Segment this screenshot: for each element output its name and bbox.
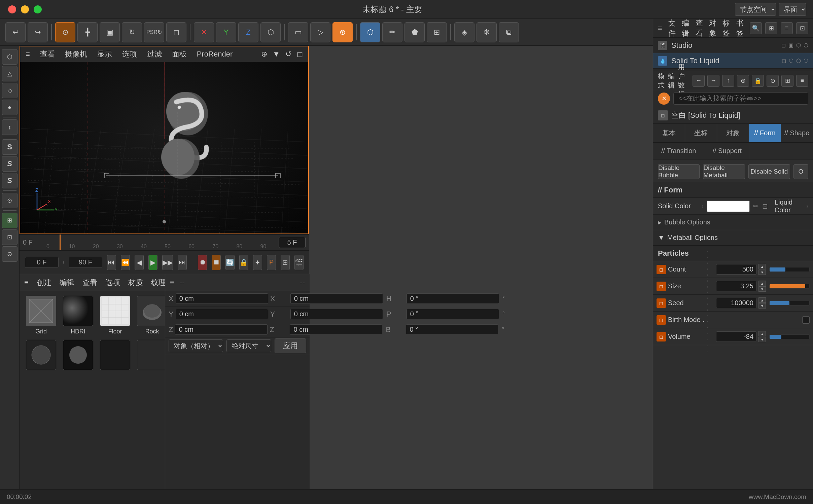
viewport-icon-maximize[interactable]: ◻ xyxy=(297,50,303,59)
count-down-button[interactable]: ▼ xyxy=(758,269,766,275)
volume-stepper[interactable]: ▲ ▼ xyxy=(758,331,766,342)
go-start-button[interactable]: ⏮ xyxy=(107,255,116,270)
bottom-create-menu[interactable]: 创建 xyxy=(37,278,51,288)
up-icon[interactable]: ↑ xyxy=(722,75,734,87)
scale-tool-button[interactable]: ◻ xyxy=(166,22,186,42)
timeline-markers[interactable]: 0 10 20 30 40 50 60 70 80 90 xyxy=(36,235,275,250)
bottom-texture-menu[interactable]: 纹理 xyxy=(151,278,166,288)
tool-s3-button[interactable]: S xyxy=(2,173,17,188)
play-button[interactable]: ▶ xyxy=(148,255,157,270)
mode-poly-button[interactable]: △ xyxy=(2,66,17,81)
mode-object-button[interactable]: ⬡ xyxy=(2,49,17,65)
viewport-menu-prorender[interactable]: ProRender xyxy=(197,50,233,59)
playhead[interactable] xyxy=(60,235,61,250)
viewport-menu-camera[interactable]: 摄像机 xyxy=(65,49,87,59)
back-icon[interactable]: ← xyxy=(693,75,705,87)
asset-row2-4[interactable] xyxy=(135,340,169,370)
go-end-button[interactable]: ⏭ xyxy=(178,255,187,270)
asset-row2-3[interactable] xyxy=(98,340,132,370)
seed-stepper[interactable]: ▲ ▼ xyxy=(758,297,766,309)
tweak-button[interactable]: ⊙ xyxy=(2,246,17,262)
coord-h-input[interactable] xyxy=(406,293,499,304)
search-input[interactable] xyxy=(673,93,808,105)
volume-input[interactable] xyxy=(716,331,756,342)
viewport-icon-plus[interactable]: ⊕ xyxy=(261,50,267,59)
bottom-view-menu[interactable]: 查看 xyxy=(82,278,97,288)
bottom-options-menu[interactable]: 选项 xyxy=(105,278,120,288)
viewport-menu-panel[interactable]: 面板 xyxy=(172,49,187,59)
coord-icon[interactable]: ≡ xyxy=(170,278,174,287)
viewport-icon-refresh[interactable]: ↺ xyxy=(285,50,291,59)
settings2-icon[interactable]: ⊙ xyxy=(767,75,779,87)
modifier-button[interactable]: ⊙ xyxy=(2,193,17,208)
sort-icon[interactable]: ≡ xyxy=(781,22,793,34)
soft-selection-button[interactable]: ❋ xyxy=(476,22,497,42)
psr-button[interactable]: PSR↻ xyxy=(144,22,164,42)
tab-form[interactable]: // Form xyxy=(749,124,781,142)
sub-tab-transition[interactable]: // Transition xyxy=(653,143,704,159)
bottom-menu-icon[interactable]: ≡ xyxy=(24,278,29,287)
tab-object[interactable]: 对象 xyxy=(717,124,749,142)
viewport-icon-down[interactable]: ▼ xyxy=(273,50,280,59)
disable-solid-button[interactable]: Disable Solid xyxy=(748,164,790,179)
studio-vis4-icon[interactable]: ⬡ xyxy=(804,42,808,48)
seed-up-button[interactable]: ▲ xyxy=(758,297,766,303)
y-axis-button[interactable]: Y xyxy=(216,22,236,42)
coord-size-dropdown[interactable]: 绝对尺寸 xyxy=(226,339,271,352)
size-down-button[interactable]: ▼ xyxy=(758,286,766,292)
search-icon[interactable]: 🔍 xyxy=(750,22,762,34)
count-up-button[interactable]: ▲ xyxy=(758,264,766,269)
interface-dropdown[interactable]: 界面 xyxy=(779,3,806,16)
bubble-options-header[interactable]: ▶ Bubble Options xyxy=(653,215,813,230)
object-solid-to-liquid[interactable]: 💧 Solid To Liquid ◻ ⬡ ⬡ ⬡ xyxy=(653,53,813,69)
object-mode-button[interactable]: ⬡ xyxy=(260,22,281,42)
studio-vis-icon[interactable]: ◻ xyxy=(781,42,786,48)
lock-button[interactable]: 🔒 xyxy=(239,255,248,270)
node-space-dropdown[interactable]: 节点空间 xyxy=(735,3,776,16)
disable-metaball-button[interactable]: Disable Metaball xyxy=(703,164,745,179)
coord-x-input[interactable] xyxy=(176,293,268,304)
studio-vis2-icon[interactable]: ▣ xyxy=(788,42,793,48)
scene-button[interactable]: 🎬 xyxy=(294,255,304,270)
maximize-button[interactable] xyxy=(34,5,42,13)
tool-s-button[interactable]: S xyxy=(2,139,17,155)
seed-input[interactable] xyxy=(716,298,756,308)
mode-label[interactable]: 模式 xyxy=(658,72,665,90)
tab-coord[interactable]: 坐标 xyxy=(685,124,717,142)
snap-grid-button[interactable]: ⊡ xyxy=(2,229,17,245)
volume-up-button[interactable]: ▲ xyxy=(758,331,766,336)
more-icon[interactable]: ≡ xyxy=(796,75,808,87)
auto-key-button[interactable]: ⏹ xyxy=(212,255,221,270)
grid-view-button[interactable]: ⊞ xyxy=(281,255,290,270)
apply-button[interactable]: 应用 xyxy=(275,338,306,353)
tab-shape[interactable]: // Shape xyxy=(781,124,813,142)
coord-cx-input[interactable] xyxy=(290,293,383,304)
viewport-menu-view[interactable]: 查看 xyxy=(40,49,55,59)
close-button[interactable] xyxy=(8,5,16,13)
sl-vis-icon[interactable]: ◻ xyxy=(782,58,786,64)
metaball-options-header[interactable]: ▼ Metaball Options xyxy=(653,230,813,246)
count-input[interactable] xyxy=(716,264,756,275)
color-copy-icon[interactable]: ⊡ xyxy=(762,202,768,210)
edit-attr-label[interactable]: 编辑 xyxy=(668,72,675,90)
select-tool-button[interactable]: ⊙ xyxy=(55,22,75,42)
object-menu[interactable]: 对象 xyxy=(709,18,718,38)
coord-space-dropdown[interactable]: 对象（相对） xyxy=(169,339,223,352)
coord-b-input[interactable] xyxy=(406,324,498,335)
grid-button[interactable]: ⊞ xyxy=(2,213,17,228)
snap-button[interactable]: ⊞ xyxy=(427,22,447,42)
asset-grid[interactable]: Grid xyxy=(24,296,58,335)
coord-y-input[interactable] xyxy=(176,309,268,319)
asset-floor[interactable]: Floor xyxy=(98,296,132,335)
undo-button[interactable]: ↩ xyxy=(5,22,26,42)
viewport-menu-icon[interactable]: ≡ xyxy=(26,50,30,59)
birth-checkbox[interactable] xyxy=(802,316,810,324)
step-fwd-button[interactable]: ▶▶ xyxy=(162,255,173,270)
node-menu-icon[interactable]: ≡ xyxy=(658,24,662,33)
asset-row2-2[interactable] xyxy=(61,340,95,370)
asset-hdri[interactable]: HDRI xyxy=(61,296,95,335)
p-button[interactable]: P xyxy=(267,255,276,270)
viewport-mode-button[interactable]: ⬡ xyxy=(360,22,380,42)
playhead-slider[interactable] xyxy=(63,261,64,264)
zoom-icon[interactable]: ⊕ xyxy=(737,75,749,87)
